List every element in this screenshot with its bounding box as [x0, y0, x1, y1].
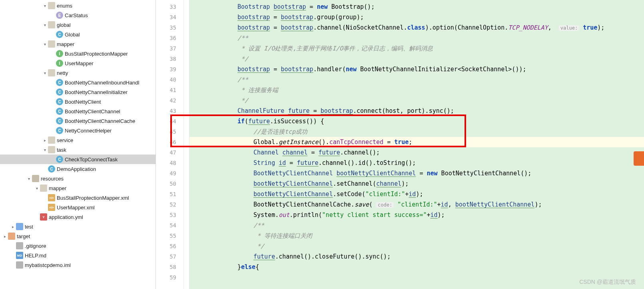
chevron-down-icon[interactable]: ▾	[42, 41, 48, 47]
tree-item-mapper[interactable]: ▾mapper	[0, 39, 156, 49]
tree-item-bootnettychannelinitializer[interactable]: CBootNettyChannelInitializer	[0, 87, 156, 97]
chevron-none-icon	[50, 12, 56, 18]
tree-item-usermapper-xml[interactable]: </>UserMapper.xml	[0, 203, 156, 212]
chevron-right-icon[interactable]: ▸	[2, 233, 8, 239]
chevron-down-icon[interactable]: ▾	[42, 147, 48, 153]
code-line[interactable]: bootNettyClientChannel.setChannel(channe…	[189, 179, 644, 189]
code-line[interactable]: /**	[189, 220, 644, 231]
tree-item-target[interactable]: ▸target	[0, 231, 156, 241]
chevron-right-icon[interactable]: ▸	[42, 137, 48, 143]
folder-icon	[48, 69, 55, 76]
tree-item-bootnettyclientchannel[interactable]: CBootNettyClientChannel	[0, 106, 156, 116]
chevron-none-icon	[50, 89, 56, 95]
line-number: 57	[156, 251, 183, 262]
code-editor[interactable]: 3334353637383940414243444546474849505152…	[156, 0, 644, 289]
code-line[interactable]: /**	[189, 74, 644, 85]
yml-icon: Y	[40, 213, 47, 221]
code-line[interactable]: String id = future.channel().id().toStri…	[189, 158, 644, 168]
line-number: 50	[156, 179, 183, 189]
code-line[interactable]: //是否连接tcp成功	[189, 126, 644, 137]
chevron-down-icon[interactable]: ▾	[42, 70, 48, 76]
code-line[interactable]: * 设置 I/O处理类,主要用于网络I/O事件，记录日志，编码、解码消息	[189, 43, 644, 54]
tree-item-busstallproptectionmapper-xml[interactable]: </>BusStallProptectionMapper.xml	[0, 193, 156, 203]
folder-icon	[48, 21, 55, 28]
tree-item-nettyconnecthelper[interactable]: CNettyConnectHelper	[0, 126, 156, 135]
tree-item-demoapplication[interactable]: CDemoApplication	[0, 164, 156, 174]
code-line[interactable]: * 连接服务端	[189, 85, 644, 95]
tree-item-checktcpconnecttask[interactable]: CCheckTcpConnectTask	[0, 155, 156, 164]
line-number: 52	[156, 199, 183, 210]
tree-item-busstallproptectionmapper[interactable]: IBusStallProptectionMapper	[0, 49, 156, 58]
tree-label: UserMapper	[65, 60, 94, 66]
tree-item-test[interactable]: ▸test	[0, 222, 156, 231]
tree-item-resources[interactable]: ▾resources	[0, 174, 156, 183]
tree-label: application.yml	[49, 214, 83, 220]
tree-item--gitignore[interactable]: .gitignore	[0, 241, 156, 251]
e-icon: E	[56, 12, 63, 19]
chevron-none-icon	[50, 118, 56, 124]
project-tree[interactable]: ▾enumsECarStatus▾globalCGlobal▾mapperIBu…	[0, 0, 156, 289]
line-number: 48	[156, 158, 183, 168]
code-line[interactable]: }else{	[189, 262, 644, 272]
code-area[interactable]: Bootstrap bootstrap = new Bootstrap(); b…	[189, 0, 644, 289]
line-number: 42	[156, 95, 183, 106]
c-icon: C	[56, 156, 63, 163]
chevron-down-icon[interactable]: ▾	[42, 22, 48, 28]
line-number: 54	[156, 220, 183, 231]
code-line[interactable]: */	[189, 95, 644, 106]
folder-icon	[40, 185, 47, 192]
c-icon: C	[56, 108, 63, 115]
chevron-down-icon[interactable]: ▾	[42, 2, 48, 9]
i-icon: I	[56, 60, 63, 67]
tree-item-global[interactable]: ▾global	[0, 20, 156, 30]
tree-label: mapper	[49, 185, 66, 191]
folder-icon	[48, 136, 55, 144]
code-line[interactable]: bootstrap = bootstrap.channel(NioSocketC…	[189, 22, 644, 33]
tree-item-bootnettychannelinboundhandl[interactable]: CBootNettyChannelInboundHandl	[0, 78, 156, 87]
chevron-none-icon	[50, 31, 56, 38]
code-line[interactable]: */	[189, 54, 644, 64]
tree-item-carstatus[interactable]: ECarStatus	[0, 10, 156, 20]
tree-label: BootNettyClientChannel	[65, 108, 120, 114]
tree-item-enums[interactable]: ▾enums	[0, 1, 156, 10]
tree-item-usermapper[interactable]: IUserMapper	[0, 58, 156, 68]
chevron-down-icon[interactable]: ▾	[26, 175, 32, 182]
folder-icon	[48, 2, 55, 9]
code-line[interactable]: System.out.println("netty client start s…	[189, 210, 644, 220]
code-line[interactable]: Bootstrap bootstrap = new Bootstrap();	[189, 2, 644, 12]
tree-item-task[interactable]: ▾task	[0, 145, 156, 155]
code-line[interactable]: future.channel().closeFuture().sync();	[189, 251, 644, 262]
code-line[interactable]: * 等待连接端口关闭	[189, 231, 644, 241]
chevron-right-icon[interactable]: ▸	[10, 223, 16, 230]
tree-item-bootnettyclientchannelcache[interactable]: CBootNettyClientChannelCache	[0, 116, 156, 126]
code-line[interactable]: Channel channel = future.channel();	[189, 147, 644, 158]
tree-item-global[interactable]: CGlobal	[0, 30, 156, 39]
tree-item-mybatistcpdemo-iml[interactable]: mybatistcpdemo.iml	[0, 260, 156, 270]
tree-label: NettyConnectHelper	[65, 128, 112, 134]
tree-item-mapper[interactable]: ▾mapper	[0, 183, 156, 193]
tree-item-service[interactable]: ▸service	[0, 135, 156, 145]
tree-item-bootnettyclient[interactable]: CBootNettyClient	[0, 97, 156, 106]
code-line[interactable]: ChannelFuture future = bootstrap.connect…	[189, 106, 644, 116]
tree-item-application-yml[interactable]: Yapplication.yml	[0, 212, 156, 222]
code-line[interactable]: bootstrap = bootstrap.group(group);	[189, 12, 644, 22]
code-line[interactable]: bootstrap = bootstrap.handler(new BootNe…	[189, 64, 644, 74]
folder-icon	[48, 40, 55, 48]
code-line[interactable]: Global.getInstance().canTcpConnected = t…	[189, 137, 644, 147]
code-line[interactable]: bootNettyClientChannel.setCode("clientId…	[189, 189, 644, 199]
code-line[interactable]: if(future.isSuccess()) {	[189, 116, 644, 126]
gutter: 3334353637383940414243444546474849505152…	[156, 0, 184, 289]
tree-item-netty[interactable]: ▾netty	[0, 68, 156, 78]
chevron-down-icon[interactable]: ▾	[34, 185, 40, 191]
tree-item-help-md[interactable]: MDHELP.md	[0, 251, 156, 260]
code-line[interactable]: */	[189, 241, 644, 251]
tree-label: service	[57, 137, 73, 143]
code-line[interactable]: BootNettyClientChannel bootNettyClientCh…	[189, 168, 644, 179]
code-line[interactable]	[189, 272, 644, 283]
fold-column	[184, 0, 189, 289]
c-icon: C	[56, 127, 63, 134]
line-number: 49	[156, 168, 183, 179]
code-line[interactable]: /**	[189, 33, 644, 43]
chevron-none-icon	[50, 60, 56, 66]
code-line[interactable]: BootNettyClientChannelCache.save( code: …	[189, 199, 644, 210]
